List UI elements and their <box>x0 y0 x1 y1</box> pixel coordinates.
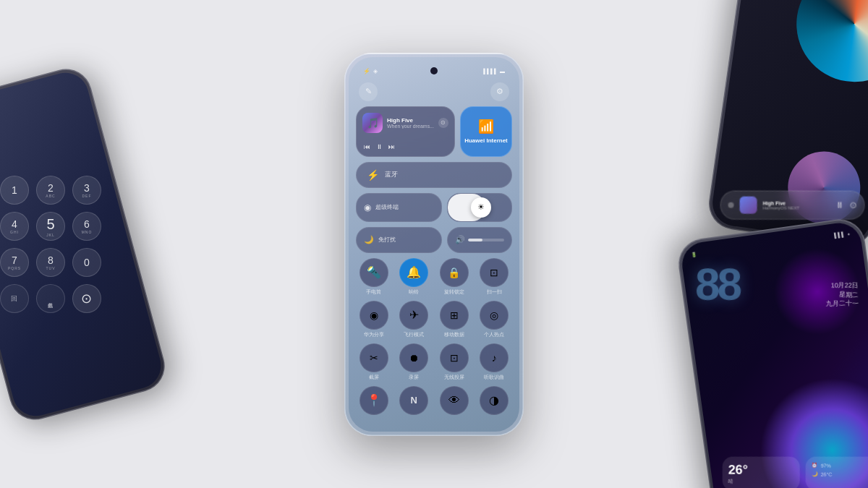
screen-record-icon: ⏺ <box>399 343 428 372</box>
nfc-icon: N <box>399 386 428 415</box>
contrast-item[interactable]: ◑ <box>477 386 513 417</box>
moon-icon: 🌙 <box>364 235 374 244</box>
sun-icon: ☀ <box>477 202 485 212</box>
np-title: High Five <box>763 200 830 205</box>
dial-back[interactable]: 回 <box>0 284 29 313</box>
huawei-share-item[interactable]: ◉ 华为分享 <box>356 301 392 338</box>
volume-card[interactable]: 🔊 <box>447 227 512 253</box>
scan-item[interactable]: ⊡ 扫一扫 <box>477 258 513 296</box>
hotspot-item[interactable]: ◎ 个人热点 <box>477 301 513 338</box>
dial-9[interactable]: 0 <box>72 248 101 277</box>
flashlight-label: 手电筒 <box>366 289 381 296</box>
np-pause-button[interactable]: ⏸ <box>835 200 844 210</box>
pause-button[interactable]: ⏸ <box>376 143 383 150</box>
hotspot-label: 个人热点 <box>484 332 504 338</box>
icon-grid-4: 📍 N 👁 ◑ <box>356 386 512 417</box>
mobile-data-label: 移动数据 <box>444 332 464 338</box>
flashlight-icon: 🔦 <box>359 258 388 287</box>
clock-icon: ⏰ <box>812 463 818 468</box>
np-camera-icon[interactable]: ⊙ <box>850 200 857 210</box>
super-terminal-label: 超级终端 <box>375 203 399 211</box>
airplane-item[interactable]: ✈ 飞行模式 <box>396 301 433 338</box>
mobile-data-item[interactable]: ⊞ 移动数据 <box>436 301 472 338</box>
wifi-large-icon: 📶 <box>478 119 494 134</box>
super-terminal-button[interactable]: ◉ 超级终端 <box>356 193 442 222</box>
dial-2[interactable]: 2 ABC <box>36 176 65 205</box>
cal-date-text: 10月22日 星期二 九月二十一 <box>826 281 859 309</box>
dial-5[interactable]: 5 JKL <box>36 212 65 241</box>
np-subtitle: HarmonyOS NEXT <box>763 205 830 210</box>
status-left-icons: ⚡ ◈ <box>363 68 378 74</box>
screenshot-item[interactable]: ✂ 截屏 <box>356 343 392 381</box>
flashlight-item[interactable]: 🔦 手电筒 <box>356 258 392 296</box>
signal-bars-icon: ▌▌▌▌ <box>483 69 498 74</box>
cal-lunar: 九月二十一 <box>826 299 859 309</box>
music-controls: ⏮ ⏸ ⏭ <box>362 143 448 150</box>
dial-6[interactable]: 6 MNO <box>72 212 101 241</box>
eye-item[interactable]: 👁 <box>436 386 472 417</box>
prev-button[interactable]: ⏮ <box>364 143 370 150</box>
nfc-item[interactable]: N <box>396 386 433 417</box>
ring-icon: 🔔 <box>399 258 428 287</box>
screenshot-label: 截屏 <box>369 374 379 381</box>
bluetooth-label: 蓝牙 <box>385 170 398 179</box>
scan-label: 扫一扫 <box>487 289 502 296</box>
np-info: High Five HarmonyOS NEXT <box>763 200 830 210</box>
punch-hole-camera <box>430 67 438 74</box>
icon-grid-3: ✂ 截屏 ⏺ 录屏 ⊡ 无线投屏 ♪ 听歌识曲 <box>356 343 512 381</box>
control-center: ✎ ⚙ 🎵 High Five When your dreams... ⊙ <box>356 82 512 424</box>
rotation-lock-label: 旋转锁定 <box>444 289 464 296</box>
shazam-item[interactable]: ♪ 听歌识曲 <box>477 343 513 381</box>
volume-fill <box>468 239 482 241</box>
screen-record-label: 录屏 <box>409 374 419 381</box>
now-playing-bar[interactable]: High Five HarmonyOS NEXT ⏸ ⊙ <box>720 191 865 220</box>
screen-record-item[interactable]: ⏺ 录屏 <box>396 343 433 381</box>
dial-7[interactable]: 7 PQRS <box>0 248 29 277</box>
volume-bar <box>468 239 504 241</box>
brightness-toggle[interactable]: ☀ <box>447 193 512 222</box>
wifi-card[interactable]: 📶 Huawei Internet <box>460 106 512 157</box>
temperature-value: 26° <box>728 463 794 478</box>
audio-output-icon[interactable]: ⊙ <box>438 118 448 128</box>
settings-button[interactable]: ⚙ <box>490 82 509 101</box>
wireless-project-icon: ⊡ <box>440 343 469 372</box>
br-left-icons: 🔋 <box>691 252 698 258</box>
ring-item[interactable]: 🔔 响铃 <box>396 258 433 296</box>
dial-1[interactable]: 1 <box>0 176 29 205</box>
media-row: 🎵 High Five When your dreams... ⊙ ⏮ ⏸ ⏭ <box>356 106 512 157</box>
wifi-card-label: Huawei Internet <box>464 137 508 145</box>
center-screen: ⚡ ◈ ▌▌▌▌ ▬ ✎ ⚙ 🎵 High Five <box>349 57 519 432</box>
cal-month-day: 10月22日 <box>826 281 859 291</box>
bluetooth-row[interactable]: ⚡ 蓝牙 <box>356 162 512 188</box>
phone-top-right: ⚡ ▌▌▌ ▬ High Five HarmonyOS NEXT ⏸ ⊙ <box>705 0 868 249</box>
edit-button[interactable]: ✎ <box>359 82 378 101</box>
icon-grid-2: ◉ 华为分享 ✈ 飞行模式 ⊞ 移动数据 ◎ 个人热点 <box>356 301 512 338</box>
np-album-art <box>740 197 757 214</box>
location-item[interactable]: 📍 <box>356 386 392 417</box>
br-right-icons: ▌▌▌ ⬥ <box>834 231 851 238</box>
dial-4[interactable]: 4 GHI <box>0 212 29 241</box>
next-button[interactable]: ⏭ <box>388 143 395 150</box>
widget-row-1: ⏰ 97% <box>812 463 868 468</box>
music-info: High Five When your dreams... <box>387 117 434 129</box>
weather-widget: 26° 晴 <box>723 457 800 488</box>
music-card[interactable]: 🎵 High Five When your dreams... ⊙ ⏮ ⏸ ⏭ <box>356 106 455 157</box>
music-title: High Five <box>387 117 434 124</box>
volume-icon: 🔊 <box>455 235 465 244</box>
hotspot-icon: ◎ <box>480 301 509 330</box>
big-clock: 88 <box>695 262 739 307</box>
phone-left: 1 2 ABC 3 DEF 4 GHI 5 JKL 6 MNO <box>0 63 171 425</box>
rotation-lock-item[interactable]: 🔒 旋转锁定 <box>436 258 472 296</box>
dial-side-text: 紫晶色 <box>36 284 65 313</box>
ring-label: 响铃 <box>409 289 419 296</box>
wireless-project-item[interactable]: ⊡ 无线投屏 <box>436 343 472 381</box>
wireless-project-label: 无线投屏 <box>444 374 464 381</box>
dial-fingerprint[interactable]: ⊙ <box>72 284 101 313</box>
widget-row-2: 🌙 26°C <box>812 471 868 477</box>
dial-8[interactable]: 8 TUV <box>36 248 65 277</box>
dial-3[interactable]: 3 DEF <box>72 176 101 205</box>
dnd-button[interactable]: 🌙 免打扰 <box>356 227 442 253</box>
top-icons-row: ✎ ⚙ <box>356 82 512 101</box>
battery-status-icon: ▬ <box>500 69 505 74</box>
super-terminal-icon: ◉ <box>364 202 371 213</box>
